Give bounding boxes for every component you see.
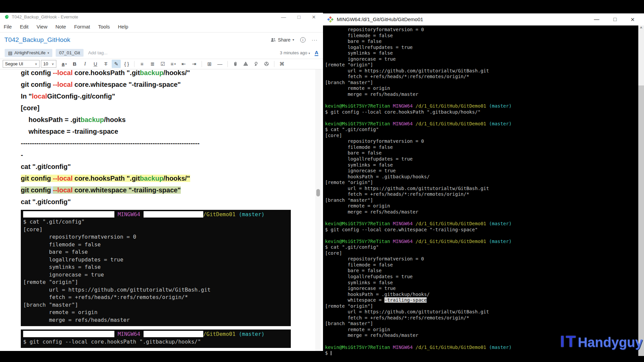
align-icon[interactable]: ≡▾ (169, 60, 178, 68)
checkbox-icon[interactable]: ☑ (158, 60, 167, 68)
info-icon[interactable]: i (300, 37, 306, 43)
indent-icon[interactable]: ⇥ (190, 60, 199, 68)
font-color-icon[interactable]: a▾ (60, 60, 69, 68)
evernote-titlebar[interactable]: T042_Backup_GitHook - Evernote — □ × (0, 13, 323, 21)
maximize-button[interactable]: □ (298, 14, 301, 19)
terminal-window-title: MINGW64:/d/1_Git/GitHub/GitDemo01 (337, 16, 594, 22)
note-scrollbar-thumb[interactable] (316, 189, 320, 196)
redaction-box (23, 211, 114, 218)
terminal-line: [branch "master"] (325, 197, 636, 203)
notebook-selector[interactable]: ▤ AHighFreshLife ▾ (5, 49, 52, 57)
terminal-line: [core] (325, 250, 636, 256)
terminal-line: bare = false (325, 39, 636, 45)
screenshot-cat-git-config: MINGW64 /GitDemo01 (master)$ cat ".git/c… (21, 210, 291, 326)
note-title[interactable]: T042_Backup_GitHook (4, 36, 271, 44)
note-line: git config --local core.whitespace "-tra… (21, 79, 323, 90)
underline-icon[interactable]: U (91, 60, 100, 68)
toolbar-separator (227, 61, 228, 67)
wheel-icon[interactable] (262, 60, 271, 68)
terminal-scrollbar[interactable]: ^ (638, 25, 644, 356)
evernote-logo-icon (4, 14, 9, 19)
share-button[interactable]: Share ▾ (271, 37, 294, 43)
bullet-list-icon[interactable]: ≡ (138, 60, 147, 68)
terminal-line: bare = false (325, 268, 636, 274)
code-block-icon[interactable]: { } (122, 60, 131, 68)
terminal-line: MINGW64 /GitDemo01 (master) (23, 330, 291, 338)
terminal-line: symlinks = false (325, 50, 636, 56)
text-format-a-button[interactable]: A (315, 50, 318, 56)
terminal-line: fetch = +refs/heads/*:refs/remotes/origi… (325, 74, 636, 80)
terminal-line: url = https://github.com/gittutorialtw/G… (23, 286, 291, 294)
terminal-line: ignorecase = true (325, 168, 636, 174)
note-line: [core] (21, 102, 323, 114)
toolbar-separator (134, 61, 135, 67)
bold-icon[interactable]: B (70, 60, 79, 68)
scroll-up-arrow-icon[interactable]: ^ (638, 26, 644, 30)
terminal-line: ignorecase = true (325, 56, 636, 62)
terminal-line: repositoryformatversion = 0 (325, 27, 636, 33)
terminal-line: remote = origin (325, 85, 636, 92)
note-editor[interactable]: git config --local core.hooksPath ".gitb… (0, 69, 323, 351)
terminal-line: [remote "origin"] (325, 180, 636, 186)
note-scrollbar[interactable] (315, 69, 321, 351)
terminal-line: fetch = +refs/heads/*:refs/remotes/origi… (325, 191, 636, 197)
mintty-window: MINGW64:/d/1_Git/GitHub/GitDemo01 — □ × … (323, 13, 644, 356)
horizontal-rule-icon[interactable]: — (215, 60, 224, 68)
select-caret-icon: ∨ (52, 62, 54, 66)
terminal-line: ignorecase = true (23, 271, 291, 279)
close-button[interactable]: × (312, 14, 316, 20)
highlight-icon[interactable]: ✎ (112, 60, 121, 68)
terminal-line: symlinks = false (23, 263, 291, 271)
terminal-lines: repositoryformatversion = 0 filemode = f… (325, 27, 636, 356)
terminal-line: bare = false (325, 150, 636, 156)
minimize-button[interactable]: — (594, 17, 599, 22)
menu-note[interactable]: Note (55, 24, 66, 29)
terminal-line: logallrefupdates = true (23, 256, 291, 264)
terminal-line (325, 233, 636, 239)
menu-help[interactable]: Help (118, 24, 128, 29)
close-button[interactable]: × (631, 16, 635, 23)
terminal-line: fetch = +refs/heads/*:refs/remotes/origi… (325, 315, 636, 321)
numbered-list-icon[interactable]: ≣ (148, 60, 157, 68)
terminal-line: whitespace = -trailing-space (325, 297, 636, 303)
menu-tools[interactable]: Tools (98, 24, 110, 29)
menu-format[interactable]: Format (74, 24, 90, 29)
maximize-button[interactable]: □ (613, 17, 617, 22)
evernote-menubar: File Edit View Note Format Tools Help (0, 21, 323, 33)
note-header: T042_Backup_GitHook Share ▾ i ··· (0, 33, 323, 47)
terminal-line: hooksPath = .gitbackup/hooks/ (325, 292, 636, 298)
terminal-scrollbar-thumb[interactable] (638, 85, 644, 356)
menu-file[interactable]: File (4, 24, 12, 29)
terminal-line: filemode = false (23, 241, 291, 249)
more-options-button[interactable]: ··· (312, 37, 318, 43)
font-family-value: Segoe UI (5, 61, 23, 66)
table-icon[interactable]: ⊞ (205, 60, 214, 68)
formatting-toolbar: Segoe UI ∨ 10 ∨ a▾BIUT✎{ }≡≣☑≡▾⇤⇥⊞—⌘ (0, 59, 323, 69)
drive-icon[interactable] (241, 60, 250, 68)
tag-chip[interactable]: 07_01_Git (56, 49, 83, 57)
font-family-select[interactable]: Segoe UI ∨ (3, 60, 40, 68)
terminal-line: hooksPath = .gitbackup/hooks/ (325, 174, 636, 180)
attach-icon[interactable] (231, 60, 240, 68)
terminal-line: merge = refs/heads/master (23, 316, 291, 324)
toolbar-separator (274, 61, 274, 67)
add-tag-input[interactable]: Add tag... (88, 50, 277, 55)
terminal-line: $ git config --local core.hooksPath ".gi… (325, 109, 636, 115)
terminal-titlebar[interactable]: MINGW64:/d/1_Git/GitHub/GitDemo01 — □ × (323, 13, 644, 25)
strikethrough-icon[interactable]: T (101, 60, 110, 68)
terminal-output[interactable]: repositoryformatversion = 0 filemode = f… (323, 25, 644, 356)
shortcuts-icon[interactable]: ⌘ (277, 60, 286, 68)
terminal-line: logallrefupdates = true (325, 156, 636, 162)
minimize-button[interactable]: — (281, 14, 286, 19)
menu-edit[interactable]: Edit (20, 24, 29, 29)
updated-timestamp[interactable]: 3 minutes ago ▾ (280, 50, 310, 55)
outdent-icon[interactable]: ⇤ (179, 60, 188, 68)
note-line: cat ".git/config" (21, 196, 323, 208)
terminal-line: kevin@MsiGt75Vr7ReTitan MINGW64 /d/1_Git… (325, 121, 636, 127)
screenshot-git-config-hookspath: MINGW64 /GitDemo01 (master)$ git config … (21, 329, 291, 348)
menu-view[interactable]: View (37, 24, 47, 29)
font-size-value: 10 (43, 61, 48, 66)
italic-icon[interactable]: I (80, 60, 90, 68)
skitch-icon[interactable] (252, 60, 261, 68)
font-size-select[interactable]: 10 ∨ (41, 60, 56, 68)
